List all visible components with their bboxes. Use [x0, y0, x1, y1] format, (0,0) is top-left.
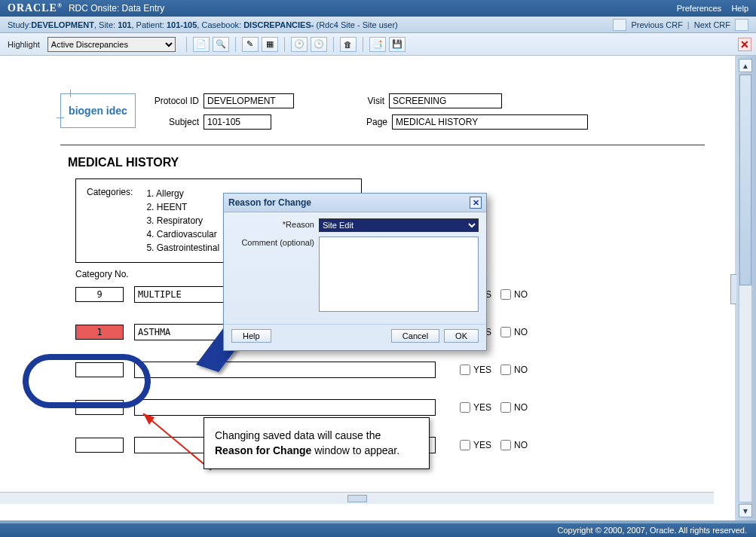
divider	[60, 145, 705, 145]
data-row: YES NO	[75, 361, 727, 379]
page-field[interactable]	[392, 114, 588, 130]
collapse-tab-icon[interactable]	[730, 274, 736, 304]
cancel-button[interactable]: Cancel	[391, 329, 439, 343]
protocol-label: Protocol ID	[151, 96, 199, 106]
yes-checkbox[interactable]	[460, 365, 470, 375]
help-button[interactable]: Help	[231, 329, 271, 343]
sponsor-logo: biogen idec	[60, 93, 136, 128]
work-area: biogen idec Protocol ID Visit Subject Pa…	[0, 56, 756, 520]
comment-textarea[interactable]	[319, 236, 479, 312]
document-pane: biogen idec Protocol ID Visit Subject Pa…	[0, 56, 735, 520]
toolbar: Highlight Active Discrepancies 📄 🔍 ✎ ▦ 🕑…	[0, 33, 756, 56]
reason-for-change-dialog: Reason for Change ✕ *Reason Site Edit Co…	[223, 193, 487, 351]
preferences-link[interactable]: Preferences	[677, 4, 721, 13]
prev-crf-icon[interactable]	[613, 19, 626, 31]
condition-input[interactable]	[134, 362, 436, 378]
close-icon[interactable]: ✕	[738, 38, 751, 51]
toolbar-icon-1[interactable]: 📄	[193, 37, 210, 52]
dialog-title: Reason for Change	[228, 197, 311, 208]
visit-label: Visit	[362, 96, 384, 106]
toolbar-icon-6[interactable]: 🕒	[311, 37, 327, 52]
no-checkbox[interactable]	[500, 327, 511, 337]
toolbar-icon-2[interactable]: 🔍	[213, 37, 229, 52]
scroll-track[interactable]	[739, 74, 752, 502]
patient-label: Patient:	[136, 20, 164, 29]
patient-value: 101-105	[167, 20, 197, 29]
category-item: 3. Respiratory	[146, 214, 219, 227]
scroll-down-icon[interactable]: ▼	[739, 504, 752, 517]
save-icon[interactable]: 💾	[389, 37, 406, 52]
reason-select[interactable]: Site Edit	[319, 218, 479, 232]
yes-checkbox[interactable]	[460, 402, 470, 413]
toolbar-icon-5[interactable]: 🕑	[291, 37, 308, 52]
scroll-up-icon[interactable]: ▲	[739, 59, 752, 72]
toolbar-icon-4[interactable]: ▦	[262, 37, 278, 52]
data-row: YES NO	[75, 398, 727, 416]
subject-label: Subject	[151, 117, 199, 127]
toolbar-icon-7[interactable]: 📑	[369, 37, 386, 52]
categories-label: Categories:	[87, 187, 133, 255]
section-title: MEDICAL HISTORY	[68, 156, 727, 169]
category-item: 4. Cardiovascular	[146, 227, 219, 241]
visit-field[interactable]	[389, 93, 502, 108]
category-number-input[interactable]	[75, 400, 124, 415]
toolbar-icon-3[interactable]: ✎	[242, 37, 259, 52]
ok-button[interactable]: OK	[444, 329, 479, 343]
casebook-value: DISCREPANCIES-	[243, 20, 314, 29]
highlight-label: Highlight	[8, 40, 40, 49]
comment-label: Comment (optional)	[231, 236, 314, 247]
footer: Copyright © 2000, 2007, Oracle. All righ…	[0, 523, 756, 537]
callout-box: Changing saved data will cause the Reaso…	[204, 417, 430, 469]
scroll-thumb[interactable]	[739, 75, 751, 285]
page-label: Page	[362, 117, 387, 127]
category-item: 2. HEENT	[146, 200, 219, 214]
condition-input[interactable]	[134, 399, 436, 416]
oracle-logo: ORACLE®	[8, 2, 63, 14]
context-bar: Study:DEVELOPMENT, Site: 101, Patient: 1…	[0, 17, 756, 33]
no-checkbox[interactable]	[500, 402, 511, 413]
study-label: Study:	[8, 20, 31, 29]
app-title: RDC Onsite: Data Entry	[69, 3, 164, 14]
casebook-label: Casebook:	[201, 20, 241, 29]
site-value: 101	[118, 20, 131, 29]
no-checkbox[interactable]	[500, 440, 511, 450]
study-value: DEVELOPMENT	[31, 20, 94, 29]
delete-icon[interactable]: 🗑	[340, 37, 357, 52]
category-number-input[interactable]	[75, 362, 124, 377]
protocol-field[interactable]	[204, 93, 294, 108]
no-checkbox[interactable]	[500, 289, 511, 300]
dialog-close-icon[interactable]: ✕	[470, 197, 482, 209]
bottom-scroll[interactable]	[0, 492, 714, 504]
next-crf-icon[interactable]	[735, 19, 748, 31]
next-crf-link[interactable]: Next CRF	[694, 20, 730, 29]
category-number-input[interactable]	[75, 438, 124, 453]
reason-label: *Reason	[231, 218, 314, 229]
help-link[interactable]: Help	[731, 4, 748, 13]
site-label: Site:	[99, 20, 115, 29]
yes-checkbox[interactable]	[460, 440, 470, 450]
subject-field[interactable]	[204, 114, 271, 130]
category-item: 5. Gastrointestinal	[146, 241, 219, 255]
category-item: 1. Allergy	[146, 187, 219, 200]
categories-list: 1. Allergy 2. HEENT 3. Respiratory 4. Ca…	[146, 187, 219, 255]
category-number-input[interactable]: 9	[75, 287, 124, 302]
highlight-select[interactable]: Active Discrepancies	[47, 37, 176, 52]
right-scrollbar: ▲ ▼	[735, 56, 756, 520]
no-checkbox[interactable]	[500, 365, 511, 375]
title-bar: ORACLE® RDC Onsite: Data Entry Preferenc…	[0, 0, 756, 17]
category-number-input[interactable]: 1	[75, 325, 124, 340]
role-text: (Rdc4 Site - Site user)	[317, 20, 398, 29]
previous-crf-link[interactable]: Previous CRF	[631, 20, 682, 29]
